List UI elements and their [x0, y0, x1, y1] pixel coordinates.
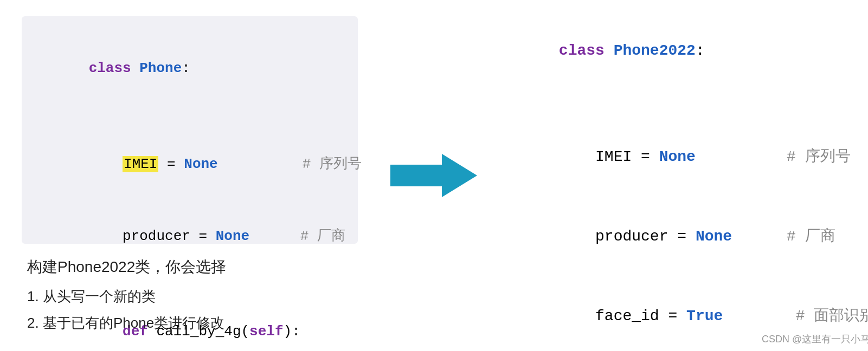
svg-marker-0	[390, 154, 477, 197]
right-panel: class Phone2022: IMEI = None # 序列号 produ…	[488, 0, 868, 351]
arrow-icon	[390, 154, 477, 197]
option-1: 1. 从头写一个新的类	[27, 287, 352, 306]
r-colon: :	[696, 42, 705, 59]
code-line-class: class Phone:	[38, 32, 342, 105]
r-imei-var: IMEI	[595, 148, 632, 165]
r-blank1	[504, 90, 868, 117]
r-comment-faceid: # 面部识别	[796, 308, 868, 324]
r-kw-class: class	[559, 42, 614, 59]
description-text: 构建Phone2022类，你会选择	[27, 257, 352, 277]
eq-producer: =	[190, 228, 216, 244]
watermark-text: CSDN @这里有一只小马吖	[762, 333, 868, 346]
text-section: 构建Phone2022类，你会选择 1. 从头写一个新的类 2. 基于已有的Ph…	[22, 257, 358, 340]
eq-imei: =	[158, 156, 184, 172]
option-2: 2. 基于已有的Phone类进行修改	[27, 314, 352, 333]
indent	[89, 156, 123, 172]
keyword-class: class	[89, 60, 140, 76]
left-code-block: class Phone: IMEI = None # 序列号 producer …	[22, 16, 358, 244]
spacing-imei	[218, 156, 303, 172]
imei-var: IMEI	[123, 156, 158, 172]
r-eq-faceid: =	[659, 308, 686, 324]
r-sp-producer	[732, 228, 787, 245]
none-imei: None	[184, 156, 217, 172]
r-none-producer: None	[696, 228, 732, 245]
arrow-container	[380, 0, 488, 351]
r-producer-line: producer = None # 厂商	[504, 197, 868, 276]
producer-var: producer	[123, 228, 190, 244]
r-eq-imei: =	[632, 148, 659, 165]
comment-imei: # 序列号	[303, 156, 362, 172]
r-eq-producer: =	[668, 228, 695, 245]
r-indent3	[559, 308, 595, 324]
comment-producer: # 厂商	[300, 228, 345, 244]
r-none-imei: None	[659, 148, 696, 165]
code-line-imei: IMEI = None # 序列号	[38, 128, 342, 200]
spacing-producer	[249, 228, 300, 244]
r-indent1	[559, 148, 595, 165]
r-imei-line: IMEI = None # 序列号	[504, 117, 868, 197]
r-class-decl: class Phone2022:	[504, 11, 868, 90]
r-sp-imei	[696, 148, 787, 165]
r-producer-var: producer	[595, 228, 668, 245]
indent2	[89, 228, 123, 244]
right-code-block: class Phone2022: IMEI = None # 序列号 produ…	[493, 5, 868, 351]
r-true-faceid: True	[686, 308, 723, 324]
classname-phone: Phone	[139, 60, 182, 76]
r-comment-producer: # 厂商	[787, 228, 835, 245]
left-panel: class Phone: IMEI = None # 序列号 producer …	[0, 0, 380, 351]
r-comment-imei: # 序列号	[787, 148, 851, 165]
code-line-blank1	[38, 105, 342, 128]
r-faceid-var: face_id	[595, 308, 659, 324]
r-classname: Phone2022	[614, 42, 696, 59]
r-indent2	[559, 228, 595, 245]
colon: :	[182, 60, 190, 76]
none-producer: None	[216, 228, 249, 244]
r-sp-faceid	[723, 308, 795, 324]
